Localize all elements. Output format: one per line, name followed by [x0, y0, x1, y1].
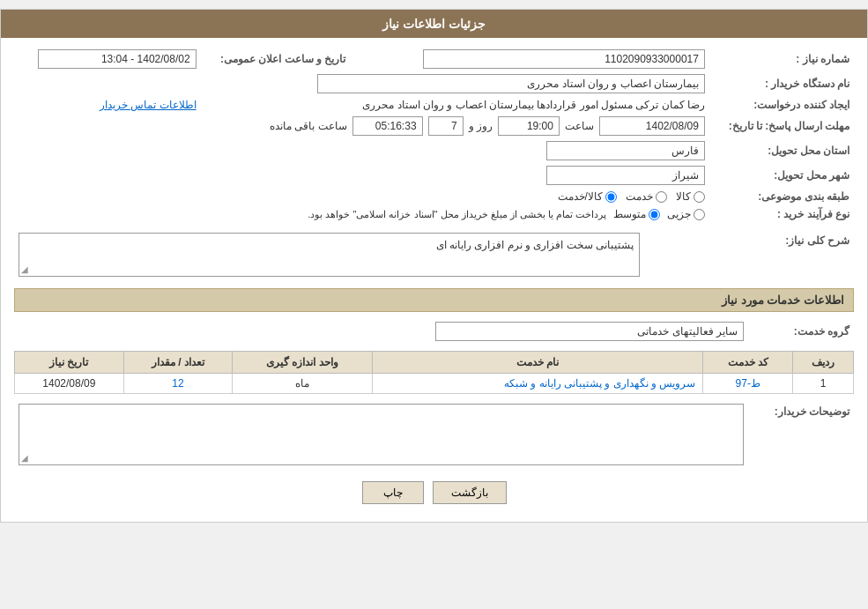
mohlat-row: مهلت ارسال پاسخ: تا تاریخ: 1402/08/09 سا… [14, 114, 854, 138]
shahr-input: شیراز [546, 166, 705, 185]
radio-jozyi-label: جزیی [667, 208, 691, 220]
buyer-notes-label: توضیحات خریدار: [748, 401, 854, 468]
goroh-table: گروه خدمت: سایر فعالیتهای خدماتی [14, 319, 854, 344]
khadamat-title: اطلاعات خدمات مورد نیاز [722, 293, 844, 307]
buyer-notes-table: توضیحات خریدار: ◢ [14, 401, 854, 468]
goroh-value-cell: سایر فعالیتهای خدماتی [14, 319, 748, 344]
radio-khedmat-label: خدمت [626, 190, 653, 203]
col-radif: ردیف [793, 352, 854, 374]
radio-kala-khedmat-label: کالا/خدمت [558, 190, 603, 203]
ittilaat-link-cell: اطلاعات تماس خریدار [14, 96, 201, 114]
namdastgah-value: بیمارستان اعصاب و روان استاد محرری [14, 71, 709, 96]
ostan-input: فارس [546, 141, 705, 160]
table-container: ردیف کد خدمت نام خدمت واحد اندازه گیری ت… [14, 351, 854, 394]
page-title: جزئیات اطلاعات نیاز [382, 17, 486, 31]
col-tarikh: تاریخ نیاز [15, 352, 124, 374]
etarikh-value: 1402/08/02 - 13:04 [14, 47, 201, 71]
sharh-text: پشتیبانی سخت افزاری و نرم افزاری رایانه … [436, 239, 634, 251]
buyer-notes-box: ◢ [19, 404, 744, 465]
goroh-row: گروه خدمت: سایر فعالیتهای خدماتی [14, 319, 854, 344]
shomare-label: شماره نیاز : [709, 47, 854, 71]
button-row: بازگشت چاپ [14, 481, 854, 504]
noe-values: جزیی متوسط پرداخت تمام یا بخشی از مبلغ خ… [14, 205, 709, 223]
ostan-row: استان محل تحویل: فارس [14, 138, 854, 163]
roz-label: روز و [469, 120, 493, 132]
buyer-notes-row: توضیحات خریدار: ◢ [14, 401, 854, 468]
mohlat-date: 1402/08/09 [599, 116, 705, 136]
radio-jozyi: جزیی [667, 208, 705, 220]
radio-khedmat: خدمت [626, 190, 667, 203]
baqi-label: ساعت باقی مانده [270, 120, 347, 132]
shomare-value: 1102090933000017 [385, 47, 709, 71]
radio-khedmat-input[interactable] [656, 191, 667, 203]
ijad-text: رضا کمان ترکی مسئول امور قراردادها بیمار… [362, 99, 705, 111]
mohlat-label: مهلت ارسال پاسخ: تا تاریخ: [709, 114, 854, 138]
radio-motovaset: متوسط [613, 208, 660, 220]
namdastgah-row: نام دستگاه خریدار : بیمارستان اعصاب و رو… [14, 71, 854, 96]
row-radif: 1 [793, 374, 854, 394]
page-header: جزئیات اطلاعات نیاز [1, 10, 867, 38]
mohlat-saat: 19:00 [498, 116, 560, 136]
tabaqe-radios: کالا خدمت کالا/خدمت [14, 188, 709, 205]
sharh-box: پشتیبانی سخت افزاری و نرم افزاری رایانه … [19, 233, 640, 277]
row-tarikh: 1402/08/09 [15, 374, 124, 394]
table-row: 1 ط-97 سرویس و نگهداری و پشتیبانی رایانه… [15, 374, 854, 394]
noe-row: نوع فرآیند خرید : جزیی متوسط پرداخت تمام… [14, 205, 854, 223]
shahr-value: شیراز [14, 163, 709, 188]
tabaqe-label: طبقه بندی موضوعی: [709, 188, 854, 205]
sharh-value-cell: پشتیبانی سخت افزاری و نرم افزاری رایانه … [14, 230, 644, 279]
radio-kala: کالا [676, 190, 705, 203]
mohlat-baqi: 05:16:33 [352, 116, 423, 136]
noe-label: نوع فرآیند خرید : [709, 205, 854, 223]
row-tedad: 12 [123, 374, 233, 394]
radio-jozyi-input[interactable] [694, 209, 705, 220]
radio-motovaset-label: متوسط [613, 208, 646, 220]
col-name: نام خدمت [372, 352, 703, 374]
radio-kala-khedmat-input[interactable] [605, 191, 617, 203]
sharh-label: شرح کلی نیاز: [644, 230, 854, 279]
ijad-value: رضا کمان ترکی مسئول امور قراردادها بیمار… [201, 96, 709, 114]
radio-motovaset-input[interactable] [649, 209, 660, 220]
radio-kala-khedmat: کالا/خدمت [558, 190, 617, 203]
page-container: جزئیات اطلاعات نیاز شماره نیاز : 1102090… [0, 9, 868, 523]
ijad-label: ایجاد کننده درخواست: [709, 96, 854, 114]
etarikh-input: 1402/08/02 - 13:04 [38, 49, 197, 69]
shomare-row: شماره نیاز : 1102090933000017 تاریخ و سا… [14, 47, 854, 71]
table-body: 1 ط-97 سرویس و نگهداری و پشتیبانی رایانه… [15, 374, 854, 394]
radio-kala-label: کالا [676, 190, 691, 203]
saat-label: ساعت [565, 120, 594, 132]
print-button[interactable]: چاپ [362, 481, 424, 504]
col-tedad: تعداد / مقدار [123, 352, 233, 374]
mohlat-roz: 7 [428, 116, 464, 136]
col-vahed: واحد اندازه گیری [233, 352, 372, 374]
buyer-notes-resize: ◢ [21, 453, 28, 463]
namdastgah-input: بیمارستان اعصاب و روان استاد محرری [317, 74, 705, 93]
ostan-value: فارس [14, 138, 709, 163]
shomare-input: 1102090933000017 [423, 49, 705, 69]
shahr-row: شهر محل تحویل: شیراز [14, 163, 854, 188]
sharh-row: شرح کلی نیاز: پشتیبانی سخت افزاری و نرم … [14, 230, 854, 279]
shahr-label: شهر محل تحویل: [709, 163, 854, 188]
tabaqe-row: طبقه بندی موضوعی: کالا خدمت [14, 188, 854, 205]
row-vahed: ماه [233, 374, 372, 394]
table-header-row: ردیف کد خدمت نام خدمت واحد اندازه گیری ت… [15, 352, 854, 374]
namdastgah-label: نام دستگاه خریدار : [709, 71, 854, 96]
goroh-label: گروه خدمت: [748, 319, 854, 344]
etarikh-label: تاریخ و ساعت اعلان عمومی: [201, 47, 351, 71]
row-code: ط-97 [703, 374, 793, 394]
table-head: ردیف کد خدمت نام خدمت واحد اندازه گیری ت… [15, 352, 854, 374]
ijad-row: ایجاد کننده درخواست: رضا کمان ترکی مسئول… [14, 96, 854, 114]
row-name: سرویس و نگهداری و پشتیبانی رایانه و شبکه [372, 374, 703, 394]
noe-desc: پرداخت تمام یا بخشی از مبلغ خریداز محل "… [308, 209, 606, 220]
content: شماره نیاز : 1102090933000017 تاریخ و سا… [1, 38, 867, 522]
buyer-notes-value-cell: ◢ [14, 401, 748, 468]
services-table: ردیف کد خدمت نام خدمت واحد اندازه گیری ت… [14, 351, 854, 394]
col-code: کد خدمت [703, 352, 793, 374]
sharh-table: شرح کلی نیاز: پشتیبانی سخت افزاری و نرم … [14, 230, 854, 279]
ostan-label: استان محل تحویل: [709, 138, 854, 163]
resize-handle: ◢ [21, 264, 28, 274]
mohlat-values: 1402/08/09 ساعت 19:00 روز و 7 05:16:33 س… [14, 114, 709, 138]
radio-kala-input[interactable] [694, 191, 705, 203]
back-button[interactable]: بازگشت [433, 481, 507, 504]
ittilaat-link[interactable]: اطلاعات تماس خریدار [100, 99, 197, 111]
